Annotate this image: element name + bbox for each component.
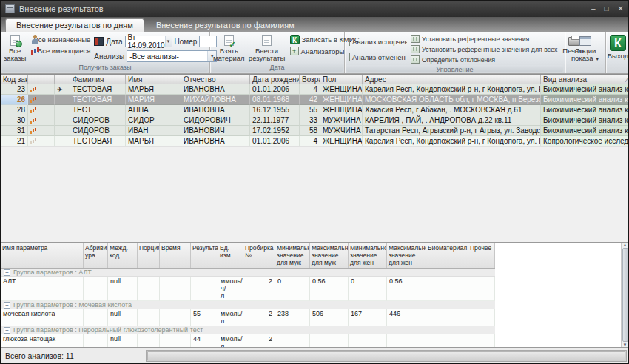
collapse-icon[interactable]: − [4,302,10,309]
cell: Копрологическое исследование [541,136,629,146]
cell-other [468,309,495,326]
params-column-header[interactable]: Имя параметра [1,243,84,268]
window-title: Внесение результатов [19,4,104,13]
scroll-up-icon[interactable]: ▲ [623,243,628,247]
cell-tube: 2 [243,277,275,301]
tab-results-by-surname[interactable]: Внесение результатов по фамилиям [146,19,305,32]
table-row[interactable]: 31СИДОРОВИВАНИВАНОВИЧ17.02.195258МУЖЧИНА… [1,126,628,136]
orders-column-header[interactable]: Имя [126,75,181,84]
parameter-row[interactable]: АЛТnullммоль/ч/ л200.5600.56 [1,277,495,301]
orders-column-header[interactable]: Отчество [181,75,250,84]
orders-column-header[interactable] [44,75,55,84]
cell: СИДОРОВИЧ [181,115,250,126]
cell-time [160,277,191,301]
table-row[interactable]: 30СИДОРОВСИДОРСИДОРОВИЧ22.11.197733МУЖЧИ… [1,115,628,126]
cell: ТЕСТОВАЯ [70,136,126,146]
orders-column-header[interactable]: Фамилия [70,75,126,84]
cell: ЖЕНЩИНА [320,136,363,146]
orders-column-header[interactable]: Адрес [363,75,541,84]
params-column-header[interactable]: Минимальное значение для муж [275,243,310,268]
cell-min-f [349,334,387,347]
params-column-header[interactable]: Результат [191,243,218,268]
orders-column-header[interactable] [55,75,70,84]
detect-deviations-button[interactable]: Определить отклонения [408,55,559,64]
cell: ЖЕНЩИНА [320,105,363,115]
take-material-icon: ✓ [224,35,234,46]
cell: МИХАЙЛОВНА [181,95,250,105]
scroll-down-icon[interactable]: ▼ [623,343,628,347]
table-row[interactable]: 23✈ТЕСТОВАЯМАРЬЯИВАНОВНА01.01.20064ЖЕНЩИ… [1,84,628,95]
params-column-header[interactable]: Абривиат ура [84,243,108,268]
orders-column-header[interactable]: Дата рождения [250,75,300,84]
analyses-combo[interactable]: -Все анализы- ▼ [127,50,217,62]
params-column-header[interactable]: Максимальное значение для муж [310,243,349,268]
parameters-grid: Имя параметраАбривиат ураМежд. кодПорция… [1,243,495,347]
table-row[interactable]: 26ТЕСТОВАЯМАРИЯМИХАЙЛОВНА08.01.196842ЖЕН… [1,95,628,105]
params-column-header[interactable]: Время [160,243,191,268]
params-column-header[interactable]: Минимальное значение для жен [349,243,387,268]
parameter-group-row[interactable]: −Группа параметров : Пероральный глюкозо… [1,326,495,334]
collapse-icon[interactable]: − [4,327,10,334]
horizontal-scrollbar[interactable] [146,350,627,362]
set-reference-all-button[interactable]: Установить референтные значения для всех [408,44,559,54]
orders-grid: Код закаФамилияИмяОтчествоДата рожденияВ… [1,74,628,146]
cell [44,84,55,95]
analysis-canceled-button[interactable]: Анализ отменен [346,53,407,62]
collapse-icon[interactable]: − [4,269,10,276]
orders-column-header[interactable] [28,75,44,84]
cell: Биохимический анализ крови [541,84,629,95]
kmis-icon: К [290,35,300,44]
scrollbar-thumb[interactable] [147,351,625,360]
cell: 01.01.2006 [250,136,300,146]
all-orders-button[interactable]: Все заказы [2,33,27,62]
table-row[interactable]: 28ТЕСТАННАИВАНОВНА16.12.195555ЖЕНЩИНАХак… [1,105,628,115]
params-column-header[interactable]: Порция [138,243,160,268]
cell: 23 [1,84,28,95]
params-column-header[interactable]: Ед. изм [218,243,243,268]
params-column-header[interactable]: Максимальное значение для жен [387,243,426,268]
chart-icon [30,127,38,134]
minimize-button[interactable]: – [591,5,596,13]
params-column-header[interactable]: Биоматериал [426,243,468,268]
date-combo[interactable]: Вт 14.09.2010 ▼ [125,36,172,47]
group-caption-exit [608,63,628,72]
close-button[interactable]: ✕ [618,5,624,13]
cell-min-m: 0 [275,277,310,301]
all-assigned-button[interactable]: Все назначенные [29,34,92,44]
cell: 01.01.2006 [250,84,300,95]
canceled-icon [349,53,350,61]
orders-column-header[interactable]: Возрас [300,75,320,84]
orders-column-header[interactable]: Пол [320,75,363,84]
window-options-icon [579,36,591,46]
orders-column-header[interactable]: Вид анализа∕ [541,75,629,84]
analysis-spoiled-button[interactable]: Анализ испорчен [346,37,407,47]
reference-table-icon [411,35,420,43]
vertical-scrollbar[interactable]: ▲ ▼ [621,243,628,347]
parameter-row[interactable]: глюкоза натощакnull44ммоль/л2 [1,334,495,347]
cell: МУЖЧИНА [320,115,363,126]
params-column-header[interactable]: Пробирка № [243,243,275,268]
tab-results-by-day[interactable]: Внесение результатов по дням [5,18,144,32]
set-reference-button[interactable]: Установить референтные значения [408,34,559,44]
cell: МАРИЯ [126,95,181,105]
take-material-button[interactable]: ✓ Взять материал [212,33,246,62]
orders-column-header[interactable]: Код зака [1,75,28,84]
cell-max-f: 0.56 [387,277,426,301]
exit-button[interactable]: К Выход [607,33,629,62]
all-available-button[interactable]: Все имеющиеся [29,45,92,55]
parameter-row[interactable]: мочевая кислотаnull55ммоль/л223850616744… [1,309,495,326]
chevron-down-icon: ▼ [595,57,599,61]
sort-indicator: ∕ [626,75,628,84]
cell: Биохимический анализ крови [541,115,629,126]
parameter-group-row[interactable]: −Группа параметров : АЛТ [1,269,495,277]
maximize-button[interactable]: □ [605,5,609,13]
table-row[interactable]: 21ТЕСТОВАЯМАРЬЯИВАНОВНА01.01.20064ЖЕНЩИН… [1,136,628,146]
parameters-panel: Имя параметраАбривиат ураМежд. кодПорция… [1,242,628,347]
scrollbar-thumb[interactable] [622,248,628,342]
tab-strip: Внесение результатов по дням Внесение ре… [1,17,628,32]
cell: 22.11.1977 [250,115,300,126]
params-column-header[interactable]: Межд. код [108,243,138,268]
enter-results-button[interactable]: Внести результаты [248,33,286,62]
params-column-header[interactable]: Прочее [468,243,495,268]
parameter-group-row[interactable]: −Группа параметров : Мочевая кислота [1,301,495,309]
